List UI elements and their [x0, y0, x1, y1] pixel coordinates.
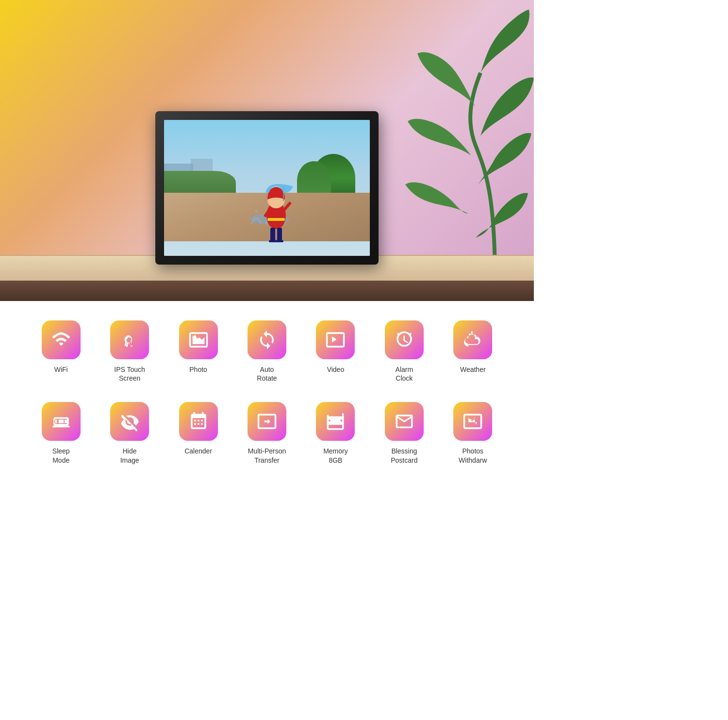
feature-alarm-clock: AlarmClock — [372, 320, 436, 383]
svg-line-11 — [283, 203, 290, 211]
alarm-icon — [385, 320, 424, 359]
sleep-icon — [42, 402, 81, 441]
features-row-1: WiFi IPS TouchScreen Photo — [29, 320, 505, 383]
svg-rect-4 — [267, 218, 285, 221]
feature-blessing-postcard: BlessingPostcard — [372, 402, 436, 464]
wifi-icon — [42, 320, 81, 359]
digital-frame — [155, 111, 379, 265]
feature-hide-image: HideImage — [98, 402, 161, 464]
ips-touch-label: IPS TouchScreen — [114, 365, 145, 383]
frame-border — [155, 111, 379, 265]
hero-section — [0, 0, 534, 301]
hide-image-label: HideImage — [120, 447, 139, 464]
feature-photos-withdraw: PhotosWithdarw — [441, 402, 505, 464]
hide-icon — [110, 402, 149, 441]
auto-rotate-label: AutoRotate — [257, 365, 277, 383]
calendar-icon — [179, 402, 218, 441]
transfer-icon — [248, 402, 286, 441]
wifi-label: WiFi — [54, 365, 68, 374]
feature-video: Video — [304, 320, 367, 383]
feature-auto-rotate: AutoRotate — [235, 320, 298, 383]
frame-screen — [164, 120, 370, 256]
svg-point-7 — [269, 239, 277, 242]
video-label: Video — [327, 365, 345, 374]
feature-memory: Memory8GB — [304, 402, 367, 464]
alarm-clock-label: AlarmClock — [396, 365, 414, 383]
plant-decoration — [398, 0, 534, 282]
feature-weather: Weather — [441, 320, 505, 383]
weather-icon — [453, 320, 492, 359]
sleep-mode-label: SleepMode — [52, 447, 70, 464]
memory-label: Memory8GB — [323, 447, 348, 464]
feature-multi-transfer: Multi-PersonTransfer — [235, 402, 298, 464]
svg-point-8 — [276, 239, 283, 242]
memory-icon — [316, 402, 355, 441]
multi-transfer-label: Multi-PersonTransfer — [248, 447, 286, 464]
feature-wifi: WiFi — [29, 320, 93, 383]
rotate-icon — [248, 320, 286, 359]
photo-label: Photo — [189, 365, 207, 374]
calender-label: Calender — [184, 447, 212, 455]
shelf-front — [0, 281, 534, 301]
blessing-postcard-label: BlessingPostcard — [391, 447, 417, 464]
feature-photo: Photo — [166, 320, 230, 383]
withdraw-icon — [453, 402, 492, 441]
features-section: WiFi IPS TouchScreen Photo — [0, 301, 534, 484]
feature-sleep-mode: SleepMode — [29, 402, 93, 464]
blessing-icon — [385, 402, 424, 441]
photos-withdraw-label: PhotosWithdarw — [459, 447, 487, 464]
feature-calender: Calender — [166, 402, 230, 464]
svg-rect-5 — [270, 228, 275, 241]
video-icon — [316, 320, 355, 359]
touch-icon — [110, 320, 149, 359]
weather-label: Weather — [460, 365, 486, 374]
feature-ips-touch: IPS TouchScreen — [98, 320, 161, 383]
svg-rect-6 — [277, 228, 282, 241]
features-row-2: SleepMode HideImage Calender — [29, 402, 505, 464]
photo-icon — [179, 320, 218, 359]
